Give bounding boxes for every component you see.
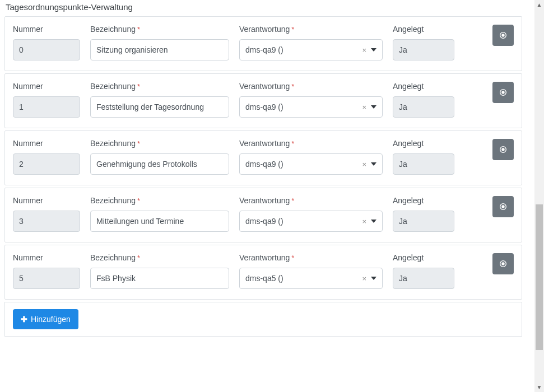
label-nummer: Nummer [13,25,80,34]
label-bezeichnung: Bezeichnung* [90,253,229,262]
verantwortung-value: dms-qa9 () [245,102,361,111]
svg-point-5 [502,148,504,151]
angelegt-input [393,211,454,232]
label-verantwortung: Verantwortung* [239,253,383,262]
field-nummer: Nummer [13,253,80,289]
verantwortung-value: dms-qa9 () [245,160,361,169]
clear-icon[interactable]: × [361,217,368,226]
bezeichnung-input[interactable] [90,268,229,289]
verantwortung-select[interactable]: dms-qa9 () × [239,96,383,118]
bezeichnung-input[interactable] [90,96,229,118]
verantwortung-select[interactable]: dms-qa9 () × [239,153,383,175]
field-verantwortung: Verantwortung* dms-qa9 () × [239,82,383,118]
agenda-row: Nummer Bezeichnung* Verantwortung* dms-q… [4,188,522,242]
clear-icon[interactable]: × [361,103,368,111]
field-bezeichnung: Bezeichnung* [90,25,229,60]
clear-icon[interactable]: × [361,160,368,169]
row-action-button[interactable] [492,253,514,274]
plus-icon: ✚ [21,315,27,324]
verantwortung-select[interactable]: dms-qa9 () × [239,211,383,232]
verantwortung-value: dms-qa5 () [245,274,361,283]
field-bezeichnung: Bezeichnung* [90,196,229,232]
field-nummer: Nummer [13,25,80,60]
svg-point-9 [502,263,504,265]
label-verantwortung: Verantwortung* [239,25,383,34]
target-icon [499,31,508,40]
chevron-down-icon[interactable] [371,162,376,166]
required-marker: * [137,25,140,34]
add-button[interactable]: ✚ Hinzufügen [13,309,78,329]
label-bezeichnung: Bezeichnung* [90,25,229,34]
field-angelegt: Angelegt [393,82,454,118]
chevron-down-icon[interactable] [371,48,376,52]
footer-bar: ✚ Hinzufügen [4,302,522,337]
row-action-button[interactable] [492,82,514,103]
bezeichnung-input[interactable] [90,211,229,232]
field-nummer: Nummer [13,196,80,232]
nummer-input [13,96,80,118]
agenda-row: Nummer Bezeichnung* Verantwortung* dms-q… [4,130,522,185]
label-nummer: Nummer [13,139,80,148]
label-verantwortung: Verantwortung* [239,139,383,148]
target-icon [499,88,508,97]
bezeichnung-input[interactable] [90,153,229,175]
field-angelegt: Angelegt [393,196,454,232]
row-action-button[interactable] [492,25,514,46]
target-icon [499,145,508,154]
scroll-down-arrow-icon[interactable]: ▼ [534,382,544,392]
label-nummer: Nummer [13,196,80,205]
required-marker: * [291,25,294,34]
field-actions [492,196,514,217]
add-button-label: Hinzufügen [31,315,71,324]
label-angelegt: Angelegt [393,82,454,91]
required-marker: * [291,197,294,205]
angelegt-input [393,96,454,118]
field-verantwortung: Verantwortung* dms-qa9 () × [239,196,383,232]
required-marker: * [291,254,294,262]
field-bezeichnung: Bezeichnung* [90,139,229,175]
label-nummer: Nummer [13,253,80,262]
chevron-down-icon[interactable] [371,105,376,109]
clear-icon[interactable]: × [361,274,368,283]
required-marker: * [137,197,140,205]
agenda-row: Nummer Bezeichnung* Verantwortung* dms-q… [4,73,522,128]
scroll-thumb[interactable] [536,204,543,350]
section-title: Tagesordnungspunkte-Verwaltung [4,0,522,16]
row-action-button[interactable] [492,196,514,217]
label-angelegt: Angelegt [393,25,454,34]
field-actions [492,82,514,103]
label-angelegt: Angelegt [393,253,454,262]
required-marker: * [291,139,294,148]
chevron-down-icon[interactable] [371,277,376,280]
bezeichnung-input[interactable] [90,39,229,60]
field-verantwortung: Verantwortung* dms-qa9 () × [239,139,383,175]
field-bezeichnung: Bezeichnung* [90,253,229,289]
row-action-button[interactable] [492,139,514,160]
label-bezeichnung: Bezeichnung* [90,196,229,205]
svg-point-1 [502,34,504,36]
agenda-row: Nummer Bezeichnung* Verantwortung* dms-q… [4,16,522,71]
scrollbar[interactable]: ▲ ▼ [534,0,544,392]
label-bezeichnung: Bezeichnung* [90,139,229,148]
svg-point-3 [502,91,504,94]
field-verantwortung: Verantwortung* dms-qa5 () × [239,253,383,289]
label-verantwortung: Verantwortung* [239,196,383,205]
required-marker: * [291,82,294,91]
nummer-input [13,153,80,175]
nummer-input [13,39,80,60]
angelegt-input [393,153,454,175]
angelegt-input [393,268,454,289]
label-angelegt: Angelegt [393,139,454,148]
label-bezeichnung: Bezeichnung* [90,82,229,91]
chevron-down-icon[interactable] [371,220,376,223]
verantwortung-value: dms-qa9 () [245,217,361,226]
label-angelegt: Angelegt [393,196,454,205]
clear-icon[interactable]: × [361,46,368,54]
verantwortung-select[interactable]: dms-qa5 () × [239,268,383,289]
nummer-input [13,211,80,232]
field-bezeichnung: Bezeichnung* [90,82,229,118]
verantwortung-select[interactable]: dms-qa9 () × [239,39,383,60]
scroll-up-arrow-icon[interactable]: ▲ [534,0,544,10]
label-nummer: Nummer [13,82,80,91]
svg-point-7 [502,206,504,208]
